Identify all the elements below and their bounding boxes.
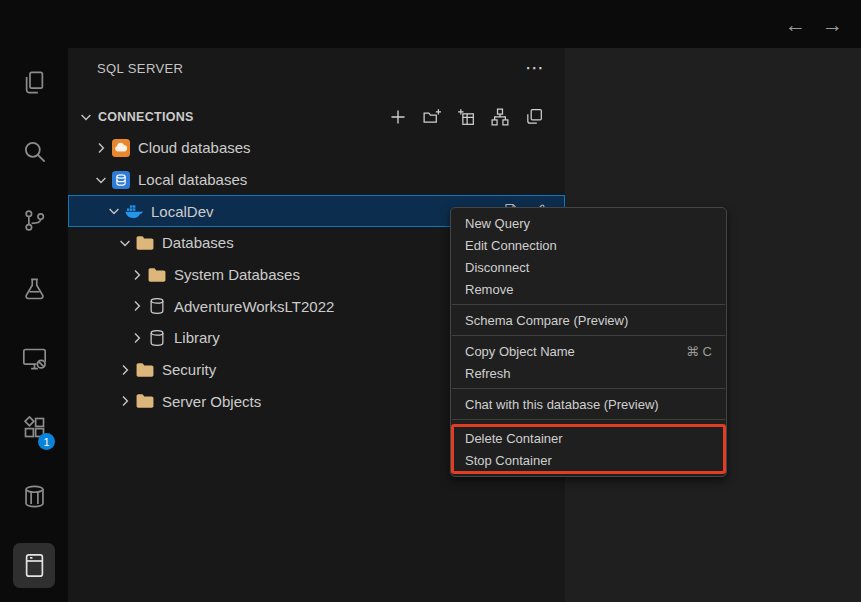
- menu-item-chat-with-this-database-preview[interactable]: Chat with this database (Preview): [451, 393, 726, 415]
- vscode-window: ← → 1 SQL SERVER ⋯ CONNECTIONS Cloud dat…: [0, 0, 861, 602]
- menu-separator: [452, 335, 725, 336]
- activity-item-test-beaker[interactable]: [0, 255, 68, 324]
- activity-item-search[interactable]: [0, 117, 68, 186]
- activity-bar: 1: [0, 48, 68, 602]
- sidebar-header: SQL SERVER ⋯: [68, 48, 565, 88]
- folder-icon: [136, 234, 162, 252]
- activity-item-extensions[interactable]: 1: [0, 393, 68, 462]
- menu-section: Schema Compare (Preview): [451, 309, 726, 331]
- context-menu: New QueryEdit ConnectionDisconnectRemove…: [450, 207, 727, 477]
- hierarchy-icon: [491, 108, 509, 126]
- monitor-off-icon: [21, 345, 48, 372]
- add-icon: [389, 108, 407, 126]
- menu-item-disconnect[interactable]: Disconnect: [451, 256, 726, 278]
- extensions-badge: 1: [38, 433, 55, 450]
- title-bar: ← →: [0, 0, 861, 48]
- menu-item-label: Edit Connection: [465, 238, 557, 253]
- tree-item-label: Security: [162, 361, 216, 378]
- navigate-forward-button[interactable]: →: [822, 14, 843, 35]
- nav-arrows: ← →: [785, 0, 843, 48]
- search-icon: [21, 138, 48, 165]
- tree-item-label: AdventureWorksLT2022: [174, 298, 334, 315]
- menu-item-label: Refresh: [465, 366, 511, 381]
- menu-item-label: Chat with this database (Preview): [465, 397, 659, 412]
- beaker-icon: [21, 276, 48, 303]
- chevron-right-icon[interactable]: [90, 140, 112, 156]
- connections-toolbar: [389, 108, 565, 126]
- tree-item-label: Databases: [162, 234, 234, 251]
- chevron-down-icon[interactable]: [103, 203, 125, 219]
- tree-item-label: LocalDev: [151, 203, 214, 220]
- activity-item-explorer[interactable]: [0, 48, 68, 117]
- menu-item-schema-compare-preview[interactable]: Schema Compare (Preview): [451, 309, 726, 331]
- connections-section-header[interactable]: CONNECTIONS: [68, 102, 565, 132]
- menu-item-refresh[interactable]: Refresh: [451, 362, 726, 384]
- menu-item-remove[interactable]: Remove: [451, 278, 726, 300]
- docker-icon: [125, 202, 151, 220]
- menu-item-label: Delete Container: [465, 431, 563, 446]
- local-databases-icon: [112, 171, 138, 189]
- activity-item-containers[interactable]: [0, 462, 68, 531]
- server-group-button[interactable]: [491, 108, 509, 126]
- duplicate-icon: [525, 108, 543, 126]
- menu-separator: [452, 419, 725, 420]
- menu-item-stop-container[interactable]: Stop Container: [454, 449, 723, 471]
- menu-item-label: Schema Compare (Preview): [465, 313, 628, 328]
- add-table-icon: [457, 108, 475, 126]
- folder-icon: [136, 392, 162, 410]
- explorer-icon: [21, 69, 48, 96]
- chevron-right-icon[interactable]: [126, 298, 148, 314]
- source-control-icon: [21, 207, 48, 234]
- sidebar-title: SQL SERVER: [97, 61, 525, 76]
- add-connection-button[interactable]: [389, 108, 407, 126]
- menu-item-edit-connection[interactable]: Edit Connection: [451, 234, 726, 256]
- tree-item-label: System Databases: [174, 266, 300, 283]
- activity-item-remote-monitor[interactable]: [0, 324, 68, 393]
- connections-section-label: CONNECTIONS: [98, 110, 389, 124]
- new-connection-group-button[interactable]: [423, 108, 441, 126]
- activity-item-sql-server[interactable]: [0, 531, 68, 600]
- tree-item-label: Library: [174, 329, 220, 346]
- folder-icon: [136, 361, 162, 379]
- chevron-right-icon[interactable]: [114, 393, 136, 409]
- chevron-down-icon[interactable]: [114, 235, 136, 251]
- menu-section: Copy Object Name⌘ CRefresh: [451, 340, 726, 384]
- tree-item-label: Local databases: [138, 171, 247, 188]
- tree-item-cloud-databases[interactable]: Cloud databases: [68, 132, 565, 164]
- chevron-down-icon: [78, 109, 94, 125]
- cloud-databases-icon: [112, 139, 138, 157]
- database-icon: [148, 329, 174, 347]
- tree-item-label: Server Objects: [162, 393, 261, 410]
- containers-icon: [21, 483, 48, 510]
- menu-separator: [452, 304, 725, 305]
- menu-item-copy-object-name[interactable]: Copy Object Name⌘ C: [451, 340, 726, 362]
- menu-item-label: New Query: [465, 216, 530, 231]
- new-folder-icon: [423, 108, 441, 126]
- menu-item-new-query[interactable]: New Query: [451, 212, 726, 234]
- database-icon: [148, 297, 174, 315]
- sql-server-icon: [21, 552, 48, 579]
- menu-separator: [452, 388, 725, 389]
- menu-section: New QueryEdit ConnectionDisconnectRemove: [451, 212, 726, 300]
- add-table-button[interactable]: [457, 108, 475, 126]
- chevron-down-icon[interactable]: [90, 172, 112, 188]
- tree-item-label: Cloud databases: [138, 139, 251, 156]
- collapse-all-button[interactable]: [525, 108, 543, 126]
- menu-section: Chat with this database (Preview): [451, 393, 726, 415]
- menu-item-label: Copy Object Name: [465, 344, 575, 359]
- activity-item-source-control[interactable]: [0, 186, 68, 255]
- menu-item-keybinding: ⌘ C: [686, 344, 712, 359]
- chevron-right-icon[interactable]: [126, 267, 148, 283]
- menu-item-label: Disconnect: [465, 260, 529, 275]
- annotation-box: Delete ContainerStop Container: [451, 424, 726, 474]
- navigate-back-button[interactable]: ←: [785, 14, 806, 35]
- chevron-right-icon[interactable]: [114, 362, 136, 378]
- chevron-right-icon[interactable]: [126, 330, 148, 346]
- menu-item-label: Stop Container: [465, 453, 552, 468]
- tree-item-local-databases[interactable]: Local databases: [68, 164, 565, 196]
- menu-item-delete-container[interactable]: Delete Container: [454, 427, 723, 449]
- folder-icon: [148, 266, 174, 284]
- menu-item-label: Remove: [465, 282, 513, 297]
